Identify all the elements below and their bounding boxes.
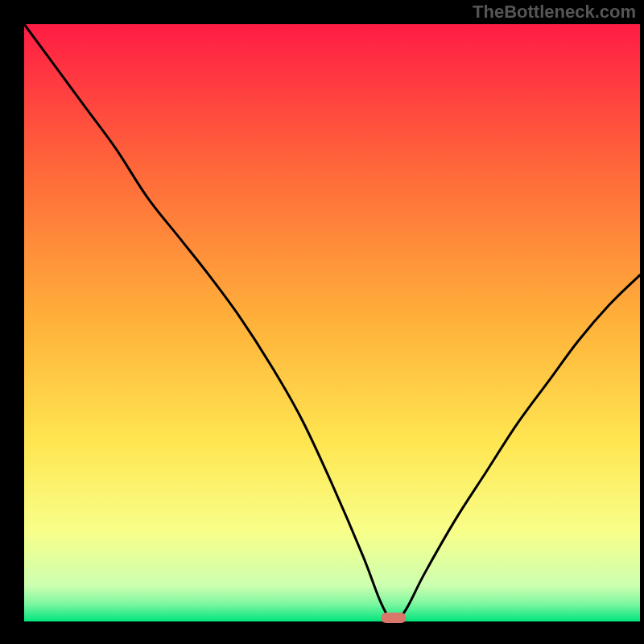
plot-background: [24, 24, 640, 621]
chart-container: TheBottleneck.com: [0, 0, 644, 644]
bottleneck-chart: [0, 0, 644, 644]
optimum-marker: [382, 613, 407, 623]
watermark-text: TheBottleneck.com: [473, 2, 636, 23]
